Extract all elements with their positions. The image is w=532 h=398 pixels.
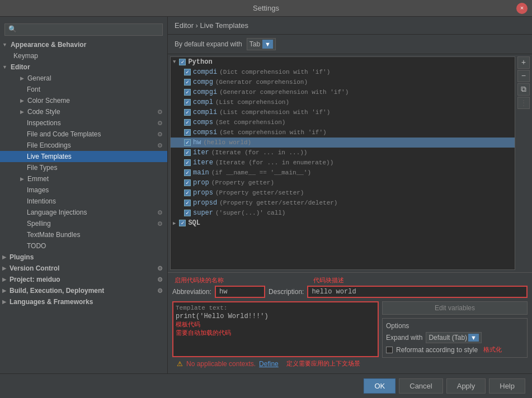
sidebar-item-build[interactable]: ▶ Build, Execution, Deployment ⚙ [0,285,167,296]
sidebar: ▼ Appearance & Behavior Keymap ▼ Editor … [0,17,168,373]
group-name: SQL [188,219,200,227]
item-checkbox[interactable]: ✓ [184,159,191,166]
item-checkbox[interactable]: ✓ [184,119,191,126]
cancel-button[interactable]: Cancel [399,378,442,394]
item-checkbox[interactable]: ✓ [184,99,191,106]
list-item[interactable]: ✓ compsi (Set comprehension with 'if') [171,127,515,138]
list-toolbar: + − ⧉ ⋮ [515,54,532,272]
apply-button[interactable]: Apply [446,378,486,394]
list-item[interactable]: ✓ compli (List comprehension with 'if') [171,107,515,117]
sidebar-item-color-scheme[interactable]: ▶ Color Scheme [0,95,167,106]
item-checkbox[interactable]: ✓ [184,109,191,116]
item-checkbox[interactable]: ✓ [184,79,191,86]
sidebar-item-label: Languages & Frameworks [10,298,93,306]
expand-icon: ▶ [2,277,6,282]
list-item[interactable]: ✓ main (if __name__ == '__main__') [171,168,515,178]
format-annotation: 格式化 [483,345,502,354]
edit-area: 启用代码块的名称 代码块描述 Abbreviation: Description… [168,272,532,373]
list-item[interactable]: ✓ hw (hello world) [171,138,515,148]
group-checkbox[interactable]: ✓ [179,59,186,65]
ok-button[interactable]: OK [364,378,396,394]
sidebar-item-inspections[interactable]: Inspections ⚙ [0,117,167,129]
sidebar-item-intentions[interactable]: Intentions [0,196,167,207]
define-link[interactable]: Define [259,360,279,368]
sidebar-item-editor[interactable]: ▼ Editor [0,61,167,73]
title-bar: Settings × [0,0,532,17]
list-item[interactable]: ✓ super ('super(...)' call) [171,208,515,218]
template-name: compg [193,78,213,86]
reformat-checkbox[interactable] [386,347,393,353]
group-checkbox[interactable]: ✓ [179,220,186,226]
sidebar-item-label: Editor [11,63,30,71]
annotations-row: 启用代码块的名称 代码块描述 [172,276,528,285]
sidebar-item-version-control[interactable]: ▶ Version Control ⚙ [0,263,167,274]
list-item[interactable]: ✓ compdi (Dict comprehension with 'if') [171,67,515,77]
sidebar-item-appearance[interactable]: ▼ Appearance & Behavior [0,39,167,50]
sidebar-item-file-encodings[interactable]: File Encodings ⚙ [0,140,167,151]
expand-dropdown[interactable]: Tab ▼ [247,38,276,50]
template-name: iter [193,149,209,157]
template-text-content: print('Hello World!!!') 模板代码 需要自动加载的代码 [176,312,375,337]
list-item[interactable]: ✓ iter (Iterate (for ... in ...)) [171,148,515,158]
sidebar-item-textmate-bundles[interactable]: TextMate Bundles [0,229,167,240]
abbr-desc-section: 启用代码块的名称 代码块描述 Abbreviation: Description… [172,276,528,298]
search-input[interactable] [4,23,163,36]
sidebar-item-label: Language Injections [27,209,87,216]
list-item[interactable]: ✓ props (Property getter/setter) [171,188,515,198]
sidebar-item-language-injections[interactable]: Language Injections ⚙ [0,207,167,218]
list-item[interactable]: ✓ compgi (Generator comprehension with '… [171,87,515,97]
item-checkbox[interactable]: ✓ [184,210,191,216]
sidebar-item-file-types[interactable]: File Types [0,162,167,173]
item-checkbox[interactable]: ✓ [184,200,191,206]
sidebar-item-font[interactable]: Font [0,84,167,95]
add-icon: + [521,58,526,67]
item-checkbox[interactable]: ✓ [184,89,191,96]
list-item[interactable]: ✓ itere (Iterate (for ... in enumerate)) [171,158,515,168]
expand-label: By default expand with [175,40,242,48]
item-checkbox[interactable]: ✓ [184,189,191,196]
abbr-annotation: 启用代码块的名称 [175,276,224,285]
list-item[interactable]: ✓ prop (Property getter) [171,178,515,188]
sidebar-item-images[interactable]: Images [0,184,167,196]
item-checkbox[interactable]: ✓ [184,69,191,75]
close-button[interactable]: × [516,3,528,14]
item-checkbox[interactable]: ✓ [184,169,191,176]
sidebar-item-todo[interactable]: TODO [0,240,167,252]
template-desc: (Generator comprehension with 'if') [219,89,349,96]
sidebar-item-project[interactable]: ▶ Project: meiduo ⚙ [0,274,167,285]
item-checkbox[interactable]: ✓ [184,129,191,136]
copy-template-button[interactable]: ⧉ [517,83,530,96]
sidebar-item-languages[interactable]: ▶ Languages & Frameworks [0,296,167,307]
expand-icon: ▼ [2,42,7,48]
sidebar-item-file-code-templates[interactable]: File and Code Templates ⚙ [0,129,167,140]
warning-icon: ⚠ [177,360,183,368]
expand-with-select[interactable]: Default (Tab) ▼ [426,332,482,343]
expand-with-arrow-icon: ▼ [468,334,479,342]
template-list: ▼ ✓ Python ✓ compdi (Dict comprehension … [170,56,515,270]
abbreviation-input[interactable] [215,286,265,298]
sidebar-item-keymap[interactable]: Keymap [0,50,167,61]
list-item[interactable]: ✓ compg (Generator comprehension) [171,77,515,87]
sidebar-item-live-templates[interactable]: Live Templates [0,151,167,162]
sidebar-item-general[interactable]: ▶ General [0,73,167,84]
no-context-text: No applicable contexts. [186,360,256,368]
item-checkbox[interactable]: ✓ [184,149,191,156]
help-button[interactable]: Help [489,378,525,394]
item-checkbox[interactable]: ✓ [184,139,191,146]
list-item[interactable]: ✓ comps (Set comprehension) [171,117,515,127]
add-template-button[interactable]: + [517,56,530,69]
sidebar-item-plugins[interactable]: ▶ Plugins [0,252,167,263]
list-item[interactable]: ✓ compl (List comprehension) [171,97,515,107]
item-checkbox[interactable]: ✓ [184,179,191,186]
group-header-sql[interactable]: ▶ ✓ SQL [171,218,515,228]
remove-template-button[interactable]: − [517,70,530,82]
sidebar-item-code-style[interactable]: ▶ Code Style ⚙ [0,106,167,117]
sidebar-item-emmet[interactable]: ▶ Emmet [0,173,167,184]
group-header-python[interactable]: ▼ ✓ Python [171,57,515,67]
template-desc: (Iterate (for ... in ...)) [211,149,308,156]
list-item[interactable]: ✓ propsd (Property getter/setter/deleter… [171,198,515,208]
template-code-annotation1: 模板代码 [176,321,200,328]
description-input[interactable] [307,286,528,298]
sidebar-item-spelling[interactable]: Spelling ⚙ [0,218,167,229]
settings-icon: ⚙ [157,131,163,138]
